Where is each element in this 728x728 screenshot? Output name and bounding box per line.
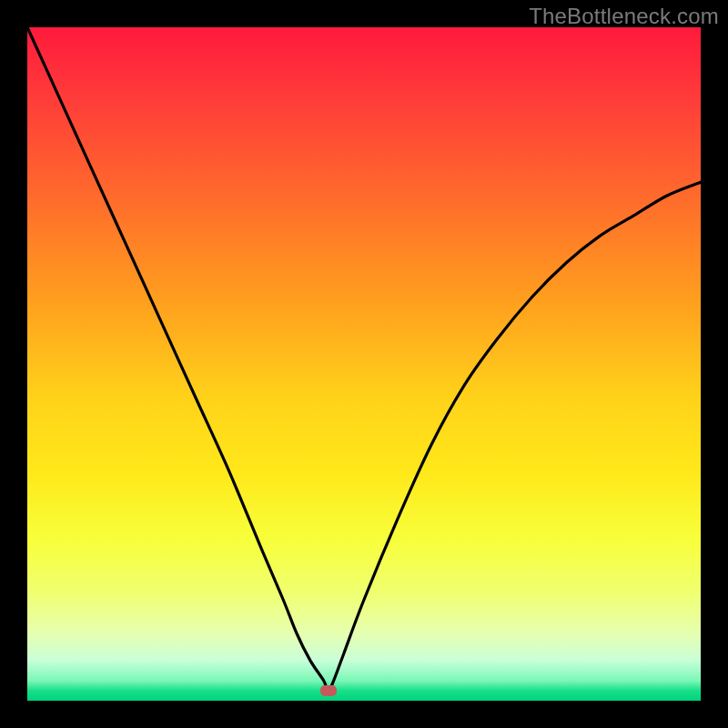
chart-frame: TheBottleneck.com xyxy=(0,0,728,728)
optimal-marker xyxy=(320,685,337,696)
watermark-text: TheBottleneck.com xyxy=(529,4,719,29)
bottleneck-curve xyxy=(27,27,701,691)
plot-area xyxy=(27,27,701,701)
curve-svg xyxy=(27,27,701,701)
